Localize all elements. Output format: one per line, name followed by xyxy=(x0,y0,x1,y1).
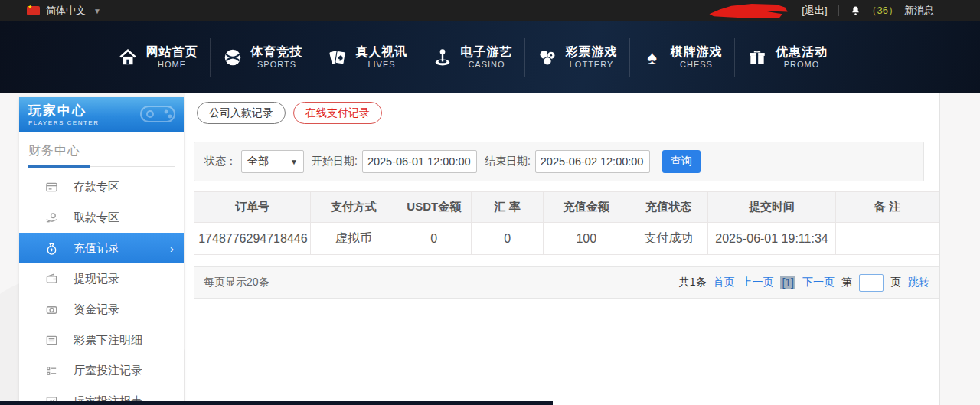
nav-label-zh: 体育竞技 xyxy=(251,44,303,60)
per-page-label: 每页显示20条 xyxy=(204,276,270,289)
nav-label-en: CHESS xyxy=(680,60,713,70)
next-page-link[interactable]: 下一页 xyxy=(802,276,835,289)
cell-recharge-amount: 100 xyxy=(544,223,629,255)
col-payment-method: 支付方式 xyxy=(310,192,397,223)
chevron-right-icon: › xyxy=(170,242,174,255)
cell-payment-method: 虚拟币 xyxy=(310,223,397,255)
status-select-value: 全部 xyxy=(247,155,269,168)
nav-label-zh: 网站首页 xyxy=(146,44,198,60)
nav-item-promo[interactable]: 优惠活动PROMO xyxy=(735,38,840,77)
pagination-bar: 每页显示20条 共1条 首页 上一页 [1] 下一页 第 页 跳转 xyxy=(194,266,939,299)
sidebar-item-lottery-bet-detail[interactable]: 彩票下注明细 xyxy=(19,325,184,355)
prev-page-link[interactable]: 上一页 xyxy=(741,276,773,289)
sports-ball-icon xyxy=(223,47,243,67)
jump-prefix-label: 第 xyxy=(841,276,852,289)
sidebar-item-label: 取款专区 xyxy=(74,211,119,225)
cell-exchange-rate: 0 xyxy=(471,223,543,255)
divider xyxy=(838,5,839,16)
table-header-row: 订单号 支付方式 USDT金额 汇 率 充值金额 充值状态 提交时间 备 注 xyxy=(194,192,939,223)
record-type-tabs: 公司入款记录 在线支付记录 xyxy=(197,102,939,124)
nav-item-lottery[interactable]: 彩票游戏LOTTERY xyxy=(525,38,630,77)
nav-label-en: LOTTERY xyxy=(570,60,614,70)
nav-label-zh: 彩票游戏 xyxy=(566,44,618,60)
sidebar-item-deposit-zone[interactable]: 存款专区 xyxy=(19,171,184,202)
sidebar-item-withdrawal-records[interactable]: 提现记录 xyxy=(19,263,184,294)
current-page-indicator[interactable]: [1] xyxy=(780,276,795,289)
sidebar-item-label: 厅室投注记录 xyxy=(74,364,142,378)
col-submit-time: 提交时间 xyxy=(708,192,835,223)
lottery-balls-icon xyxy=(537,47,557,67)
chevron-down-icon: ▼ xyxy=(93,7,101,15)
total-count-label: 共1条 xyxy=(679,276,707,289)
finance-section-label: 财务中心 xyxy=(28,144,80,157)
sidebar-menu: 存款专区 取款专区 充值记录 › 提现记录 xyxy=(19,171,184,405)
finance-section-header: 财务中心 xyxy=(19,132,184,166)
search-button[interactable]: 查询 xyxy=(662,150,701,173)
bell-icon[interactable] xyxy=(850,5,861,17)
nav-label-en: LIVES xyxy=(368,60,395,70)
nav-item-sports[interactable]: 体育竞技SPORTS xyxy=(211,38,315,77)
sidebar-item-recharge-records[interactable]: 充值记录 › xyxy=(19,233,184,263)
main-panel: 公司入款记录 在线支付记录 状态： 全部 ▼ 开始日期: 结束日期: 查询 xyxy=(185,93,940,405)
jump-suffix-label: 页 xyxy=(890,276,901,289)
top-bar: 简体中文 ▼ [退出] （36） 新消息 xyxy=(0,0,980,21)
page-jump-input[interactable] xyxy=(859,274,884,292)
col-remark: 备 注 xyxy=(835,192,939,223)
gamepad-watermark-icon xyxy=(138,102,178,128)
start-date-label: 开始日期: xyxy=(312,155,358,168)
player-center-sidebar: 玩家中心 PLAYERS CENTER 财务中心 存款专区 xyxy=(19,97,184,405)
china-flag-icon xyxy=(27,6,40,15)
cell-remark xyxy=(835,223,939,255)
home-icon xyxy=(118,47,138,67)
nav-label-en: PROMO xyxy=(784,60,820,70)
cell-recharge-status: 支付成功 xyxy=(629,223,708,255)
table-row: 1748776294718446 虚拟币 0 0 100 支付成功 2025-0… xyxy=(194,223,939,255)
col-order-no: 订单号 xyxy=(194,192,311,223)
end-date-input[interactable] xyxy=(535,150,650,173)
message-count-badge[interactable]: （36） xyxy=(867,4,898,18)
nav-label-en: HOME xyxy=(158,60,186,70)
tab-online-payment-records[interactable]: 在线支付记录 xyxy=(293,102,382,124)
col-recharge-amount: 充值金额 xyxy=(544,192,629,223)
hand-coin-icon xyxy=(45,211,58,224)
list-document-icon xyxy=(45,334,58,347)
section-divider xyxy=(28,166,175,167)
col-usdt-amount: USDT金额 xyxy=(397,192,471,223)
sidebar-item-label: 彩票下注明细 xyxy=(74,333,142,348)
coin-stack-icon xyxy=(45,303,58,316)
nav-item-lives[interactable]: 真人视讯LIVES xyxy=(315,38,420,77)
content-area: 玩家中心 PLAYERS CENTER 财务中心 存款专区 xyxy=(0,93,980,405)
tab-company-deposit-records[interactable]: 公司入款记录 xyxy=(197,102,286,124)
nav-item-chess[interactable]: ♠ 棋牌游戏CHESS xyxy=(630,38,735,77)
logout-button[interactable]: [退出] xyxy=(802,4,827,18)
sidebar-item-room-bet-records[interactable]: 厅室投注记录 xyxy=(19,355,184,386)
nav-label-en: CASINO xyxy=(468,60,505,70)
nav-label-zh: 电子游艺 xyxy=(461,44,513,60)
first-page-link[interactable]: 首页 xyxy=(713,276,734,289)
filter-bar: 状态： 全部 ▼ 开始日期: 结束日期: 查询 xyxy=(194,142,924,181)
sidebar-header: 玩家中心 PLAYERS CENTER xyxy=(19,97,184,132)
money-bag-icon xyxy=(45,242,58,255)
cell-order-no: 1748776294718446 xyxy=(194,223,311,255)
nav-label-zh: 真人视讯 xyxy=(356,44,408,60)
nav-label-zh: 优惠活动 xyxy=(776,44,828,60)
start-date-input[interactable] xyxy=(362,150,477,173)
bottom-footer-strip xyxy=(0,401,553,405)
sidebar-item-withdraw-zone[interactable]: 取款专区 xyxy=(19,202,184,233)
col-recharge-status: 充值状态 xyxy=(629,192,708,223)
language-selector[interactable]: 简体中文 xyxy=(46,4,86,18)
spade-icon: ♠ xyxy=(642,47,662,67)
nav-label-zh: 棋牌游戏 xyxy=(671,44,723,60)
cell-submit-time: 2025-06-01 19:11:34 xyxy=(708,223,835,255)
status-select[interactable]: 全部 ▼ xyxy=(241,150,304,173)
nav-item-casino[interactable]: 电子游艺CASINO xyxy=(420,38,525,77)
new-messages-link[interactable]: 新消息 xyxy=(904,4,934,18)
deposit-card-icon xyxy=(45,181,58,194)
joystick-icon xyxy=(433,47,452,67)
recharge-records-table: 订单号 支付方式 USDT金额 汇 率 充值金额 充值状态 提交时间 备 注 1… xyxy=(194,191,939,255)
sidebar-item-label: 存款专区 xyxy=(74,180,119,194)
sidebar-item-funds-records[interactable]: 资金记录 xyxy=(19,294,184,325)
nav-item-home[interactable]: 网站首页HOME xyxy=(106,38,211,77)
jump-go-link[interactable]: 跳转 xyxy=(908,276,929,289)
status-label: 状态： xyxy=(204,155,237,168)
